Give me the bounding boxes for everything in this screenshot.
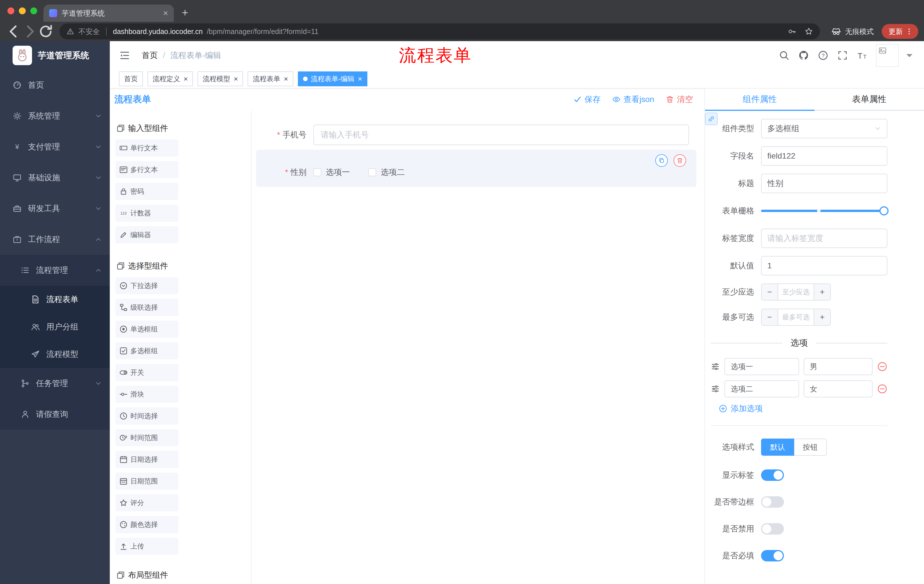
- sidebar-item-infra[interactable]: 基础设施: [0, 162, 110, 193]
- palette-item-upload[interactable]: 上传: [116, 538, 178, 555]
- label-width-input[interactable]: 请输入标签宽度: [761, 229, 888, 248]
- toggle-switch[interactable]: [761, 523, 784, 535]
- back-button[interactable]: [6, 24, 22, 39]
- search-icon[interactable]: [779, 50, 790, 61]
- gender-option-1-checkbox[interactable]: 选项一: [314, 167, 350, 178]
- avatar-caret-down-icon[interactable]: [904, 50, 915, 61]
- palette-item-editor[interactable]: 编辑器: [116, 226, 178, 243]
- palette-item-color[interactable]: 颜色选择: [116, 516, 178, 533]
- phone-input[interactable]: 请输入手机号: [314, 125, 689, 145]
- clear-button[interactable]: 清空: [665, 94, 693, 105]
- title-input[interactable]: 性别: [761, 174, 888, 193]
- field-name-input[interactable]: field122: [761, 146, 888, 166]
- tag-2[interactable]: 流程模型×: [198, 71, 243, 86]
- avatar[interactable]: [876, 44, 899, 67]
- tag-4[interactable]: 流程表单-编辑×: [298, 71, 367, 86]
- form-grid-slider[interactable]: [761, 210, 884, 212]
- sidebar-toggle-button[interactable]: [119, 50, 130, 61]
- tag-1[interactable]: 流程定义×: [147, 71, 193, 86]
- increase-button[interactable]: +: [814, 284, 830, 300]
- palette-item-date[interactable]: 日期选择: [116, 451, 178, 468]
- tab-component-props[interactable]: 组件属性: [705, 89, 815, 110]
- palette-item-select[interactable]: 下拉选择: [116, 277, 178, 294]
- palette-item-slider[interactable]: 滑块: [116, 386, 178, 403]
- link-affix-button[interactable]: [705, 113, 718, 125]
- help-icon[interactable]: ?: [818, 50, 828, 61]
- palette-item-radio[interactable]: 单选框组: [116, 321, 178, 338]
- browser-update-button[interactable]: 更新: [882, 24, 918, 39]
- toggle-switch[interactable]: [761, 469, 784, 481]
- remove-option-button[interactable]: [877, 362, 888, 372]
- palette-item-textarea[interactable]: 多行文本: [116, 161, 178, 178]
- increase-button[interactable]: +: [814, 309, 830, 325]
- remove-option-button[interactable]: [877, 384, 888, 394]
- view-json-button[interactable]: 查看json: [612, 94, 654, 105]
- toggle-switch[interactable]: [761, 550, 784, 561]
- phone-field[interactable]: 手机号 请输入手机号: [256, 125, 696, 145]
- min-select-input[interactable]: 至少应选: [778, 284, 814, 300]
- bookmark-star-icon[interactable]: [805, 27, 813, 36]
- fullscreen-icon[interactable]: [837, 50, 848, 61]
- tag-0[interactable]: 首页: [119, 71, 143, 86]
- gender-option-2-checkbox[interactable]: 选项二: [368, 167, 405, 178]
- palette-item-input[interactable]: 单行文本: [116, 140, 178, 156]
- add-option-button[interactable]: 添加选项: [719, 403, 888, 414]
- sidebar-item-pay[interactable]: ¥支付管理: [0, 132, 110, 162]
- font-size-icon[interactable]: TT: [856, 50, 867, 61]
- palette-item-counter[interactable]: 123计数器: [116, 204, 178, 222]
- security-label[interactable]: 不安全: [78, 27, 100, 36]
- tab-close-icon[interactable]: ×: [163, 9, 168, 17]
- tag-3[interactable]: 流程表单×: [248, 71, 293, 86]
- address-bar[interactable]: 不安全 dashboard.yudao.iocoder.cn /bpm/mana…: [59, 23, 820, 39]
- github-icon[interactable]: [798, 50, 809, 61]
- forward-button[interactable]: [22, 24, 38, 39]
- palette-item-checkbox[interactable]: 多选框组: [116, 342, 178, 359]
- sidebar-item-list[interactable]: 流程管理: [0, 255, 110, 286]
- password-key-icon[interactable]: [788, 27, 797, 36]
- option-value-input[interactable]: 男: [804, 358, 873, 375]
- palette-item-switch[interactable]: 开关: [116, 364, 178, 381]
- window-minimize-button[interactable]: [19, 7, 26, 14]
- option-label-input[interactable]: 选项二: [724, 380, 799, 397]
- sidebar-item-users[interactable]: 用户分组: [0, 313, 110, 341]
- tag-close-icon[interactable]: ×: [358, 75, 362, 82]
- palette-item-password[interactable]: 密码: [116, 183, 178, 200]
- sidebar-item-devtool[interactable]: 研发工具: [0, 193, 110, 224]
- palette-item-rate[interactable]: 评分: [116, 494, 178, 512]
- option-label-input[interactable]: 选项一: [724, 358, 799, 375]
- sidebar-item-branch[interactable]: 任务管理: [0, 368, 110, 399]
- tag-close-icon[interactable]: ×: [183, 75, 188, 82]
- palette-item-date-range[interactable]: 日期范围: [116, 472, 178, 490]
- selected-component[interactable]: 性别 选项一 选项二: [256, 150, 696, 187]
- sidebar-item-gear[interactable]: 系统管理: [0, 100, 110, 132]
- save-button[interactable]: 保存: [573, 94, 601, 105]
- window-zoom-button[interactable]: [30, 7, 37, 14]
- style-default-button[interactable]: 默认: [761, 439, 794, 456]
- window-close-button[interactable]: [7, 7, 14, 14]
- tab-form-props[interactable]: 表单属性: [815, 89, 924, 110]
- palette-item-cascader[interactable]: 级联选择: [116, 299, 178, 316]
- reload-button[interactable]: [38, 24, 54, 39]
- decrease-button[interactable]: −: [762, 309, 778, 325]
- sidebar-logo[interactable]: 芋道管理系统: [0, 41, 110, 70]
- browser-menu-dots-icon[interactable]: [905, 28, 913, 35]
- default-value-input[interactable]: 1: [761, 256, 888, 275]
- sidebar-item-workflow[interactable]: 工作流程: [0, 224, 110, 255]
- tag-close-icon[interactable]: ×: [234, 75, 238, 82]
- sidebar-item-send[interactable]: 流程模型: [0, 341, 110, 368]
- palette-item-time[interactable]: 时间选择: [116, 408, 178, 424]
- tag-close-icon[interactable]: ×: [284, 75, 288, 82]
- max-select-input[interactable]: 最多可选: [778, 309, 814, 325]
- style-button-button[interactable]: 按钮: [794, 439, 827, 456]
- slider-handle[interactable]: [879, 206, 889, 216]
- browser-tab[interactable]: 芋道管理系统 ×: [43, 5, 174, 22]
- copy-component-button[interactable]: [655, 154, 668, 167]
- sidebar-item-person[interactable]: 请假查询: [0, 399, 110, 430]
- toggle-switch[interactable]: [761, 496, 784, 508]
- sidebar-item-home[interactable]: 首页: [0, 70, 110, 100]
- decrease-button[interactable]: −: [762, 284, 778, 300]
- component-type-select[interactable]: 多选框组: [761, 119, 888, 138]
- breadcrumb-home[interactable]: 首页: [142, 50, 158, 61]
- new-tab-button[interactable]: +: [182, 7, 188, 19]
- security-warning-icon[interactable]: [66, 28, 74, 35]
